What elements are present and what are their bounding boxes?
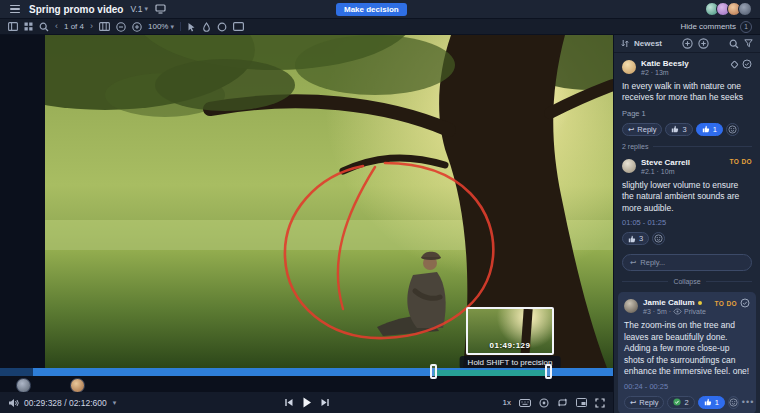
like-count: 1 [715, 398, 719, 407]
comment-author: Steve Carrell [641, 158, 725, 167]
avatar[interactable] [738, 2, 752, 16]
hide-comments-button[interactable]: Hide comments 1 [680, 21, 752, 33]
player-stage: 01:49:129 Hold SHIFT to precision 00:29:… [0, 35, 613, 413]
make-decision-button[interactable]: Make decision [336, 3, 407, 16]
like-count: 3 [682, 125, 686, 134]
collapse-thread-button[interactable]: Collapse [614, 275, 760, 289]
reply-button[interactable]: ↩ Reply [624, 396, 664, 409]
play-button[interactable] [302, 397, 311, 408]
like-count: 3 [639, 234, 643, 243]
sort-dropdown[interactable] [621, 39, 629, 48]
annotate-icon[interactable] [682, 38, 693, 49]
timecode-display: 00:29:328 / 02:12:600 [24, 398, 107, 408]
status-badge[interactable]: TO DO [730, 158, 752, 165]
add-reaction-icon[interactable] [726, 123, 739, 136]
avatar [622, 60, 636, 74]
check-count: 2 [684, 398, 688, 407]
complete-icon[interactable] [742, 59, 752, 69]
chevron-down-icon[interactable]: ▾ [113, 399, 117, 407]
comment-steve[interactable]: Steve Carrell #2.1 · 10m TO DO slightly … [614, 152, 760, 250]
brush-icon[interactable] [202, 22, 211, 32]
unread-dot [698, 301, 702, 305]
chevron-down-icon: ▾ [170, 23, 174, 31]
transport-controls [284, 397, 329, 408]
thumbnails-icon[interactable] [24, 22, 33, 31]
replies-count-label: 2 replies [622, 143, 648, 150]
timeline-played-segment [0, 368, 33, 376]
panel-toggle-icon[interactable] [8, 22, 18, 31]
comments-header: Newest [614, 35, 760, 53]
prev-frame-button[interactable] [284, 398, 293, 407]
zoom-out-icon[interactable] [116, 22, 126, 32]
like-reaction-active[interactable]: 1 [696, 123, 723, 136]
add-comment-icon[interactable] [698, 38, 709, 49]
comment-author: Jamie Callum [643, 298, 695, 307]
comment-marker-avatar[interactable] [70, 378, 85, 393]
reply-placeholder: Reply... [640, 258, 665, 267]
comment-body: The zoom-ins on the tree and leaves are … [624, 320, 750, 377]
comment-body: In every walk in with nature one receive… [622, 81, 752, 104]
comment-timecode[interactable]: 01:05 - 01:25 [622, 218, 752, 227]
reply-label: Reply [637, 125, 656, 134]
check-reaction[interactable]: 2 [667, 396, 694, 409]
like-reaction[interactable]: 3 [665, 123, 692, 136]
add-reaction-icon[interactable] [652, 232, 665, 245]
present-icon[interactable] [155, 4, 166, 14]
timeline-scrubber[interactable] [0, 368, 613, 376]
pip-icon[interactable] [576, 398, 587, 407]
volume-icon[interactable] [8, 398, 19, 408]
comment-jamie-private[interactable]: Jamie Callum #3 · 5m · Private TO DO The… [618, 292, 756, 413]
zoom-level: 100% [148, 22, 168, 31]
keyboard-shortcuts-icon[interactable] [519, 399, 531, 407]
tag-icon[interactable] [730, 60, 739, 69]
filter-icon[interactable] [744, 39, 753, 48]
more-options-icon[interactable]: ••• [742, 397, 754, 407]
comment-meta: #2.1 · 10m [641, 168, 725, 175]
version-label: V.1 [130, 4, 142, 14]
playback-speed-button[interactable]: 1x [503, 398, 511, 407]
loop-icon[interactable] [557, 398, 568, 407]
comment-attachment[interactable]: Page 1 [622, 109, 752, 118]
pointer-icon[interactable] [187, 22, 196, 32]
collapse-label: Collapse [673, 278, 700, 285]
complete-icon[interactable] [740, 298, 750, 308]
zoom-search-icon[interactable] [39, 22, 49, 32]
private-eye-icon [673, 308, 682, 315]
fullscreen-icon[interactable] [595, 398, 605, 408]
status-badge[interactable]: TO DO [715, 300, 737, 307]
zoom-level-dropdown[interactable]: 100% ▾ [148, 22, 174, 31]
reply-label: Reply [639, 398, 658, 407]
comment-katie[interactable]: Katie Beesly #2 · 13m In every walk in w… [614, 53, 760, 141]
add-reaction-icon[interactable] [728, 396, 739, 409]
compare-icon[interactable] [99, 22, 110, 31]
prev-file-chevron[interactable]: ‹ [55, 22, 58, 31]
search-icon[interactable] [729, 39, 739, 49]
toolbar-divider [180, 22, 181, 31]
comments-shortcut-badge: 1 [740, 21, 752, 33]
viewer-toolbar: ‹ 1 of 4 › 100% ▾ Hide comments [0, 19, 760, 35]
like-reaction[interactable]: 3 [622, 232, 649, 245]
comment-body: slightly lower volume to ensure the natu… [622, 180, 752, 214]
stamp-icon[interactable] [217, 22, 227, 32]
top-header: Spring promo video V.1 ▾ Make decision [0, 0, 760, 19]
next-frame-button[interactable] [320, 398, 329, 407]
like-reaction-active[interactable]: 1 [698, 396, 725, 409]
avatar [624, 299, 638, 313]
zoom-in-icon[interactable] [132, 22, 142, 32]
comment-timecode[interactable]: 00:24 - 00:25 [624, 382, 750, 391]
next-file-chevron[interactable]: › [90, 22, 93, 31]
comment-marker-strip [0, 376, 613, 392]
menu-icon[interactable] [8, 3, 22, 16]
transport-bar: 00:29:328 / 02:12:600 ▾ 1x [0, 392, 613, 413]
timeline-range-selection[interactable] [434, 368, 547, 376]
comment-meta: #3 · 5m · [643, 308, 671, 315]
reply-input[interactable]: ↩ Reply... [622, 254, 752, 271]
reply-button[interactable]: ↩ Reply [622, 123, 662, 136]
frame-icon[interactable] [233, 22, 244, 31]
private-label: Private [684, 308, 706, 315]
comment-meta: #2 · 13m [641, 69, 725, 76]
chevron-down-icon: ▾ [144, 5, 148, 13]
guide-icon[interactable] [539, 398, 549, 408]
version-dropdown[interactable]: V.1 ▾ [130, 4, 148, 14]
comment-marker-avatar[interactable] [16, 378, 31, 393]
